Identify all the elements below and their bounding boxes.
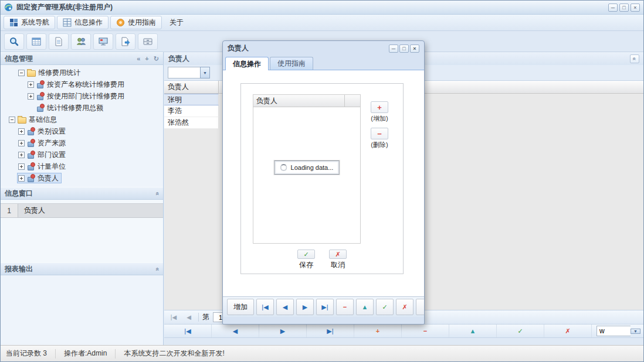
dialog-minimize-button[interactable]: ─ [389, 45, 398, 53]
dialog-titlebar[interactable]: 负责人 ─ □ × [223, 41, 424, 56]
tree-node-total-repair-cost[interactable]: 统计维修费用总额 [1, 102, 163, 114]
x-icon: ✗ [329, 250, 347, 259]
menu-item-system-nav[interactable]: 系统导航 [4, 16, 55, 29]
tree-node-label: 计量单位 [38, 162, 66, 172]
next-record-button[interactable]: ▶ [259, 325, 307, 337]
document-icon [53, 36, 64, 47]
last-record-button[interactable]: ▶| [316, 299, 334, 315]
edit-record-button[interactable]: ▲ [449, 325, 497, 337]
save-button[interactable]: ✓ 保存 [297, 250, 315, 270]
expand-expander-icon[interactable] [18, 163, 25, 170]
expand-expander-icon[interactable] [18, 152, 25, 158]
tab-info-operation[interactable]: 信息操作 [225, 57, 269, 70]
grid-row[interactable]: 张浩然 [164, 117, 219, 129]
record-combo-input[interactable] [596, 326, 631, 336]
overflow-button[interactable] [416, 299, 424, 315]
report-item-icon [36, 92, 45, 100]
collapse-expander-icon[interactable] [9, 117, 15, 123]
statusbar: 当前记录数 3 操作者:Admin 本系统支持二次开发和全新开发! [1, 345, 643, 361]
info-mgmt-panel-header: 信息管理 « + ↻ [1, 52, 163, 65]
grid-row[interactable]: 张明 [164, 94, 219, 105]
tree-node-stats-by-department[interactable]: 按使用部门统计维修费用 [1, 90, 163, 102]
archive-toolbar-button[interactable] [138, 33, 158, 50]
close-button[interactable]: × [631, 4, 640, 12]
dialog-toolbar: 增加 |◀ ◀ ▶ ▶| − ▲ ✓ ✗ [223, 296, 424, 317]
collapse-up-icon[interactable]: « [154, 267, 160, 271]
expand-expander-icon[interactable] [18, 175, 25, 182]
filter-combo-input[interactable] [168, 67, 200, 78]
first-record-button[interactable]: |◀ [164, 325, 212, 337]
settings-item-icon [27, 139, 35, 147]
add-button[interactable]: 增加 [227, 299, 254, 315]
window-controls: ─ □ × [608, 4, 640, 12]
dialog-maximize-button[interactable]: □ [399, 45, 409, 53]
table-toolbar-button[interactable] [26, 33, 46, 50]
expand-all-icon[interactable]: + [145, 56, 148, 62]
tree-node-stats-by-asset-name[interactable]: 按资产名称统计维修费用 [1, 78, 163, 90]
document-toolbar-button[interactable] [49, 33, 69, 50]
expand-expander-icon[interactable] [18, 128, 25, 135]
minimize-icon: ─ [392, 46, 395, 52]
confirm-record-button[interactable]: ✓ [376, 299, 394, 315]
tree-node-category-settings[interactable]: 类别设置 [1, 125, 163, 137]
edit-record-button[interactable]: ▲ [356, 299, 374, 315]
next-record-button[interactable]: ▶ [296, 299, 314, 315]
export-toolbar-button[interactable] [116, 33, 135, 50]
maximize-button[interactable]: □ [619, 4, 629, 12]
collapse-up-icon[interactable]: « [632, 57, 638, 60]
tab-label: 信息操作 [233, 59, 261, 69]
prev-page-button[interactable]: ◀ [183, 314, 195, 320]
cancel-button[interactable]: ✗ 取消 [329, 250, 347, 270]
collapse-expander-icon[interactable] [18, 70, 25, 76]
dialog-grid-column-header[interactable]: 负责人 [253, 95, 345, 107]
add-record-button[interactable]: + [354, 325, 402, 337]
users-icon [76, 36, 86, 47]
tree-node-measure-unit[interactable]: 计量单位 [1, 160, 163, 172]
tree-node-repair-cost-stats[interactable]: 维修费用统计 [1, 67, 163, 78]
last-record-button[interactable]: ▶| [307, 325, 354, 337]
remove-row-button[interactable]: − [371, 128, 388, 139]
expand-expander-icon[interactable] [18, 140, 25, 146]
cancel-record-button[interactable]: ✗ [544, 325, 592, 337]
menu-item-about[interactable]: 关于 [164, 16, 189, 29]
grid-cell: 李浩 [168, 106, 182, 116]
filter-combobox[interactable]: ▼ [168, 67, 210, 78]
collapse-up-icon[interactable]: « [154, 192, 160, 195]
menu-item-user-guide[interactable]: 使用指南 [110, 16, 162, 29]
record-combobox[interactable]: ▼ [592, 325, 643, 337]
prev-record-button[interactable]: ◀ [276, 299, 294, 315]
tree-node-basic-info[interactable]: 基础信息 [1, 114, 163, 125]
grid-column-header[interactable]: 负责人 [164, 81, 219, 93]
users-toolbar-button[interactable] [71, 33, 91, 50]
add-button-label: 增加 [233, 302, 248, 312]
confirm-record-button[interactable]: ✓ [497, 325, 544, 337]
cancel-record-button[interactable]: ✗ [396, 299, 413, 315]
tab-user-guide[interactable]: 使用指南 [270, 57, 313, 70]
grid-row[interactable]: 李浩 [164, 105, 219, 117]
refresh-icon[interactable]: ↻ [154, 56, 159, 62]
delete-record-button[interactable]: − [402, 325, 449, 337]
menu-item-info-operation[interactable]: 信息操作 [57, 16, 109, 29]
info-window-panel-header: 信息窗口 « [1, 187, 163, 200]
info-window-item[interactable]: 1 负责人 [1, 203, 163, 218]
prev-record-button[interactable]: ◀ [212, 325, 259, 337]
monitor-toolbar-button[interactable] [93, 33, 113, 50]
minimize-button[interactable]: ─ [608, 4, 618, 12]
dialog-close-button[interactable]: × [410, 45, 419, 53]
tree-node-department-settings[interactable]: 部门设置 [1, 149, 163, 160]
expand-expander-icon[interactable] [28, 81, 34, 88]
tree-node-person-in-charge[interactable]: 负责人 [1, 172, 163, 184]
combo-dropdown-button[interactable]: ▼ [631, 329, 640, 334]
search-toolbar-button[interactable] [4, 33, 24, 50]
first-record-button[interactable]: |◀ [256, 299, 274, 315]
app-logo-icon [4, 3, 13, 12]
add-row-button[interactable]: + [371, 101, 388, 113]
collapse-left-icon[interactable]: « [137, 56, 140, 62]
delete-record-button[interactable]: − [336, 299, 354, 315]
expand-expander-icon[interactable] [28, 93, 34, 100]
status-operator: 操作者:Admin [64, 349, 107, 358]
check-icon: ✓ [382, 303, 387, 311]
combo-dropdown-button[interactable]: ▼ [200, 67, 210, 78]
tree-node-asset-source[interactable]: 资产来源 [1, 137, 163, 149]
first-page-button[interactable]: |◀ [168, 314, 179, 320]
